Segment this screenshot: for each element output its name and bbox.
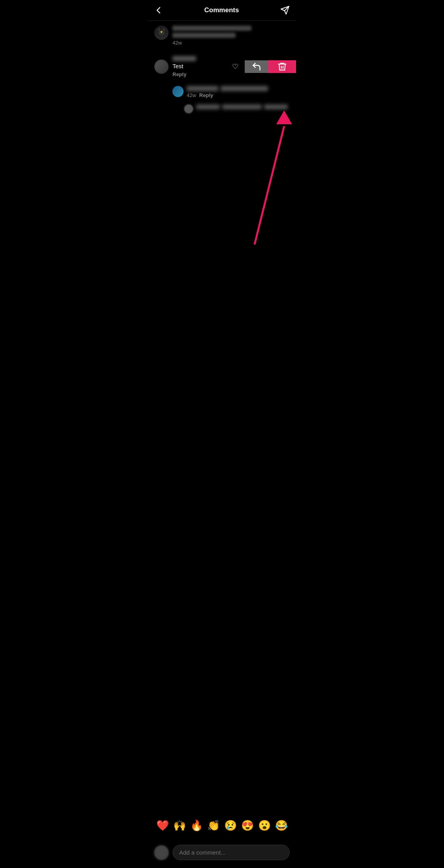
reply-content: 42w Reply <box>187 86 290 98</box>
share-button[interactable] <box>280 6 290 15</box>
blurred-username <box>187 86 218 91</box>
comment-row-test: Test Reply ♡ <box>148 50 296 83</box>
blurred-text <box>222 105 262 109</box>
comment-meta: 42w <box>172 40 290 46</box>
comment-time: 42w <box>172 40 182 46</box>
page-title: Comments <box>204 6 239 14</box>
comments-list: 42w Test Reply ♡ <box>148 21 296 116</box>
reply-item: 42w Reply <box>172 83 296 101</box>
replies-section: 42w Reply <box>148 83 296 116</box>
back-button[interactable] <box>154 6 163 15</box>
reply-link[interactable]: Reply <box>172 71 186 77</box>
reply-avatar <box>172 86 184 97</box>
delete-swipe-button[interactable] <box>268 60 296 73</box>
blurred-text <box>221 86 268 91</box>
blurred-username <box>172 56 196 61</box>
nested-reply-avatar <box>184 105 193 113</box>
trash-icon <box>277 62 287 72</box>
comment-item: 42w <box>148 21 296 50</box>
comment-main: Test Reply ♡ <box>148 50 245 83</box>
blurred-text <box>172 33 236 38</box>
avatar <box>154 60 169 74</box>
annotation-arrow <box>148 95 296 252</box>
comment-content: 42w <box>172 26 290 46</box>
reply-swipe-button[interactable] <box>245 60 268 73</box>
comment-text: Test <box>172 63 184 69</box>
comment-time: 42w <box>187 92 196 98</box>
svg-line-0 <box>255 126 284 245</box>
blurred-text-2 <box>264 105 288 109</box>
heart-icon[interactable]: ♡ <box>232 62 238 71</box>
comment-text-area: Test Reply <box>172 56 232 77</box>
blurred-username <box>172 26 251 31</box>
comment-footer: Reply <box>172 71 232 77</box>
nested-reply-content <box>196 105 290 109</box>
avatar <box>154 26 169 40</box>
reply-icon <box>251 62 262 72</box>
swipe-actions <box>245 60 296 73</box>
blurred-username <box>196 105 220 109</box>
annotation <box>148 95 296 252</box>
nested-reply-item <box>172 101 296 116</box>
comment-actions: ♡ <box>232 62 238 71</box>
header: Comments <box>148 0 296 21</box>
reply-link[interactable]: Reply <box>199 92 213 98</box>
